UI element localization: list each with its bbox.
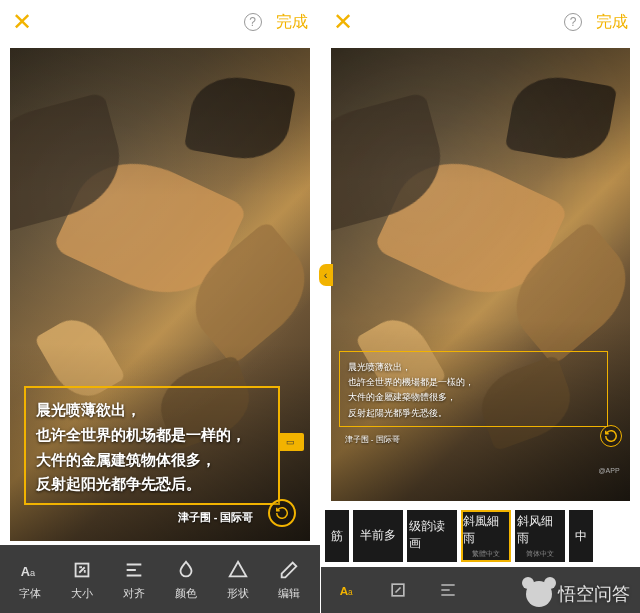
rotate-handle-icon[interactable] — [600, 425, 622, 447]
topbar: ✕ ? 完成 — [0, 0, 320, 44]
font-name: 中 — [575, 528, 587, 545]
font-picker-strip[interactable]: 筋 半前多 级韵读画 斜風細雨 繁體中文 斜风细雨 简体中文 中 — [321, 505, 641, 567]
tool-color[interactable]: 颜色 — [162, 558, 210, 601]
text-overlay-box[interactable]: 晨光喷薄欲出， 也許全世界的機場都是一樣的， 大件的金屬建築物體很多， 反射起陽… — [339, 351, 609, 427]
topbar-right: ? 完成 — [244, 12, 308, 33]
help-icon[interactable]: ? — [244, 13, 262, 31]
font-name: 筋 — [331, 528, 343, 545]
rotate-handle-icon[interactable] — [268, 499, 296, 527]
poem-line: 大件的金屬建築物體很多， — [348, 390, 600, 405]
svg-text:a: a — [348, 587, 353, 597]
wukong-logo-icon — [526, 581, 552, 607]
tool-label: 字体 — [19, 586, 41, 601]
tool-size[interactable]: 大小 — [58, 558, 106, 601]
canvas-area: 晨光喷薄欲出， 也许全世界的机场都是一样的， 大件的金属建筑物体很多， 反射起阳… — [0, 44, 320, 545]
editor-screen-right: ✕ ? 完成 ‹ 晨光喷薄欲出， 也許全世界的機場都是一樣的， 大件的金屬建築物… — [321, 0, 641, 613]
tool-label: 对齐 — [123, 586, 145, 601]
drag-handle-icon[interactable]: ‹ — [319, 264, 333, 286]
tool-shape[interactable]: 形状 — [214, 558, 262, 601]
topbar-right: ? 完成 — [564, 12, 628, 33]
tool-align[interactable]: 对齐 — [110, 558, 158, 601]
svg-text:A: A — [21, 563, 30, 578]
poem-line: 大件的金属建筑物体很多， — [36, 448, 268, 473]
tool-label: 编辑 — [278, 586, 300, 601]
done-button[interactable]: 完成 — [276, 12, 308, 33]
size-icon — [70, 558, 94, 582]
font-option-selected[interactable]: 斜風細雨 繁體中文 — [461, 510, 511, 562]
tool-label: 形状 — [227, 586, 249, 601]
font-option[interactable]: 筋 — [325, 510, 349, 562]
tool-align[interactable] — [437, 579, 459, 601]
background-photo[interactable]: 晨光喷薄欲出， 也許全世界的機場都是一樣的， 大件的金屬建築物體很多， 反射起陽… — [331, 48, 631, 501]
font-name: 斜风细雨 — [517, 513, 563, 547]
tool-label: 大小 — [71, 586, 93, 601]
tool-label: 颜色 — [175, 586, 197, 601]
tool-font[interactable]: Aa — [337, 579, 359, 601]
help-icon[interactable]: ? — [564, 13, 582, 31]
tool-edit[interactable]: 编辑 — [265, 558, 313, 601]
poem-line: 反射起陽光都爭先恐後。 — [348, 406, 600, 421]
watermark-text: 悟空问答 — [558, 582, 630, 606]
poem-line: 反射起阳光都争先恐后。 — [36, 472, 268, 497]
font-sub: 繁體中文 — [472, 549, 500, 559]
platform-watermark: 悟空问答 — [526, 581, 630, 607]
template-chip-icon[interactable]: ▭ — [278, 433, 304, 451]
shape-icon — [226, 558, 250, 582]
font-name: 级韵读画 — [409, 518, 455, 552]
topbar: ✕ ? 完成 — [321, 0, 641, 44]
color-icon — [174, 558, 198, 582]
editor-screen-left: ✕ ? 完成 晨光喷薄欲出， 也许全世界的机场都是一样的， 大件的金属建筑物体很… — [0, 0, 321, 613]
edit-icon — [277, 558, 301, 582]
font-option[interactable]: 半前多 — [353, 510, 403, 562]
app-watermark: @APP — [594, 463, 624, 477]
bottom-toolbar: Aa 字体 大小 对齐 颜色 形状 — [0, 545, 320, 613]
done-button[interactable]: 完成 — [596, 12, 628, 33]
svg-marker-3 — [229, 561, 246, 576]
font-name: 半前多 — [360, 527, 396, 544]
tool-size[interactable] — [387, 579, 409, 601]
poem-line: 也许全世界的机场都是一样的， — [36, 423, 268, 448]
font-sub: 简体中文 — [526, 549, 554, 559]
author-caption: 津子围 - 国际哥 — [345, 434, 400, 445]
align-icon — [122, 558, 146, 582]
font-icon: Aa — [18, 558, 42, 582]
background-photo[interactable]: 晨光喷薄欲出， 也许全世界的机场都是一样的， 大件的金属建筑物体很多， 反射起阳… — [10, 48, 310, 541]
font-option[interactable]: 中 — [569, 510, 593, 562]
svg-text:a: a — [30, 567, 36, 577]
close-icon[interactable]: ✕ — [12, 8, 32, 36]
poem-line: 晨光喷薄欲出， — [36, 398, 268, 423]
poem-line: 晨光喷薄欲出， — [348, 360, 600, 375]
font-option[interactable]: 级韵读画 — [407, 510, 457, 562]
close-icon[interactable]: ✕ — [333, 8, 353, 36]
canvas-area: ‹ 晨光喷薄欲出， 也許全世界的機場都是一樣的， 大件的金屬建築物體很多， 反射… — [321, 44, 641, 505]
author-caption: 津子围 - 国际哥 — [178, 510, 254, 525]
text-overlay-box[interactable]: 晨光喷薄欲出， 也许全世界的机场都是一样的， 大件的金属建筑物体很多， 反射起阳… — [24, 386, 280, 505]
font-name: 斜風細雨 — [463, 513, 509, 547]
poem-line: 也許全世界的機場都是一樣的， — [348, 375, 600, 390]
font-option[interactable]: 斜风细雨 简体中文 — [515, 510, 565, 562]
tool-font[interactable]: Aa 字体 — [6, 558, 54, 601]
